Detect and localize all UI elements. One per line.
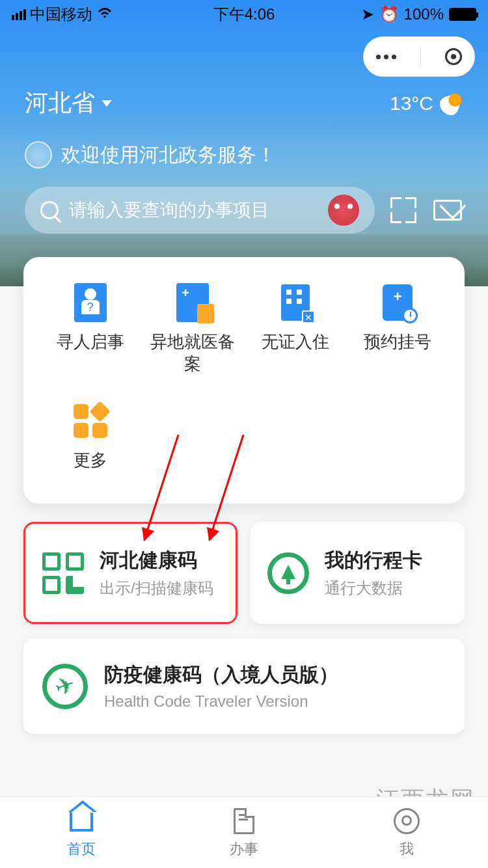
location-selector[interactable]: 河北省 <box>25 87 112 119</box>
province-label: 河北省 <box>25 87 95 119</box>
service-appointment[interactable]: 预约挂号 <box>347 283 450 375</box>
inbound-subtitle: Health Code Traveler Version <box>104 692 338 711</box>
travel-card-title: 我的行程卡 <box>325 547 422 574</box>
chevron-down-icon <box>102 100 112 107</box>
gov-seal-icon <box>25 141 52 169</box>
alarm-icon: ⏰ <box>379 5 399 23</box>
home-icon <box>70 811 93 832</box>
signal-icon <box>12 9 26 20</box>
weather-widget[interactable]: 13°C <box>390 92 463 115</box>
travel-card[interactable]: 我的行程卡 通行大数据 <box>251 522 465 624</box>
health-code-card[interactable]: 河北健康码 出示/扫描健康码 <box>23 522 237 624</box>
profile-icon <box>394 808 420 834</box>
welcome-text: 欢迎使用河北政务服务！ <box>61 142 276 169</box>
scan-button[interactable] <box>388 195 419 226</box>
more-icon <box>74 404 107 438</box>
location-arrow-icon: ➤ <box>361 5 374 23</box>
tab-bar: 首页 办事 我 <box>0 796 488 868</box>
capsule-menu-icon[interactable] <box>376 55 396 59</box>
service-missing-person[interactable]: 寻人启事 <box>39 283 142 375</box>
wifi-icon <box>96 5 113 23</box>
search-box[interactable] <box>25 187 375 234</box>
mail-icon <box>433 200 462 221</box>
search-icon <box>40 201 59 219</box>
building-icon: ✕ <box>281 284 310 321</box>
scan-icon <box>390 197 416 223</box>
services-card: 寻人启事 异地就医备案 ✕ 无证入住 预约挂号 更多 <box>23 257 465 504</box>
arrow-up-circle-icon <box>267 552 309 594</box>
inbound-title: 防疫健康码（入境人员版） <box>104 662 338 688</box>
battery-icon <box>449 8 476 21</box>
carrier-label: 中国移动 <box>30 4 92 25</box>
appointment-icon <box>383 284 413 321</box>
tab-affairs[interactable]: 办事 <box>163 807 325 859</box>
document-icon <box>234 808 254 834</box>
health-code-subtitle: 出示/扫描健康码 <box>100 578 213 599</box>
airplane-circle-icon <box>42 664 88 709</box>
search-input[interactable] <box>69 200 318 221</box>
weather-icon <box>440 92 463 115</box>
service-remote-medical[interactable]: 异地就医备案 <box>142 283 245 375</box>
service-no-cert-checkin[interactable]: ✕ 无证入住 <box>244 283 347 375</box>
assistant-robot-icon[interactable] <box>328 195 359 226</box>
battery-percent: 100% <box>404 5 444 23</box>
tab-me[interactable]: 我 <box>325 807 488 859</box>
messages-button[interactable] <box>432 195 463 226</box>
tab-home[interactable]: 首页 <box>0 807 163 859</box>
miniprogram-capsule[interactable] <box>363 36 475 77</box>
temperature-label: 13°C <box>390 92 433 115</box>
status-time: 下午4:06 <box>213 4 275 25</box>
person-icon <box>74 283 107 322</box>
service-more[interactable]: 更多 <box>39 401 142 472</box>
qr-code-icon <box>42 552 84 594</box>
status-bar: 中国移动 下午4:06 ➤ ⏰ 100% <box>0 0 488 29</box>
health-code-title: 河北健康码 <box>100 547 213 574</box>
welcome-banner: 欢迎使用河北政务服务！ <box>0 141 488 169</box>
medical-icon <box>176 283 209 322</box>
travel-card-subtitle: 通行大数据 <box>325 578 422 599</box>
inbound-health-code-card[interactable]: 防疫健康码（入境人员版） Health Code Traveler Versio… <box>23 638 465 734</box>
capsule-close-icon[interactable] <box>445 48 462 65</box>
